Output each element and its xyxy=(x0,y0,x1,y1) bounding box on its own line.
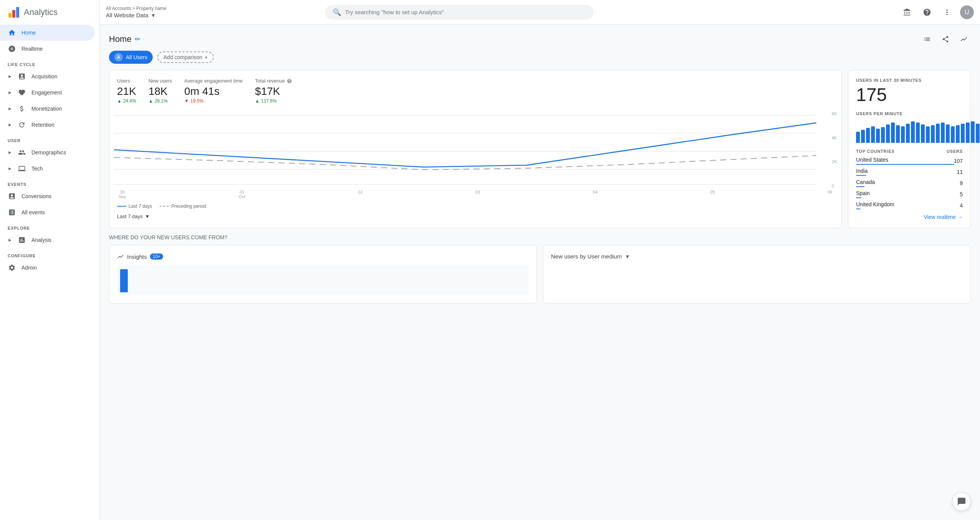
bottom-grid: Insights 10+ New users by User medium ▼ xyxy=(109,245,971,303)
help-button[interactable] xyxy=(920,5,934,19)
expand-arrow-icon: ► xyxy=(8,237,12,243)
stat-engagement-pct: 19.5% xyxy=(190,98,203,104)
country-row: Canada 9 xyxy=(856,179,963,187)
stat-revenue-change: ▲ 117.6% xyxy=(255,98,292,104)
demographics-icon xyxy=(18,148,26,157)
view-realtime-link[interactable]: View realtime → xyxy=(856,214,963,220)
nav-tech[interactable]: ► Tech xyxy=(0,161,95,177)
bar-chart-bar xyxy=(876,129,880,143)
chat-icon[interactable] xyxy=(952,492,971,511)
analysis-icon xyxy=(18,236,26,244)
property-dropdown-arrow: ▼ xyxy=(151,12,156,18)
search-bar[interactable]: 🔍 xyxy=(325,5,594,20)
bar-chart-bar xyxy=(886,124,890,143)
country-bar xyxy=(856,164,954,165)
nav-engagement[interactable]: ► Engagement xyxy=(0,84,95,101)
insights-bar xyxy=(120,269,128,292)
apps-button[interactable] xyxy=(900,5,914,19)
insights-button[interactable] xyxy=(957,32,971,46)
bar-chart-bar xyxy=(971,121,975,143)
nav-acquisition[interactable]: ► Acquisition xyxy=(0,68,95,84)
section-events: EVENTS xyxy=(0,177,99,188)
new-users-header: New users by User medium ▼ xyxy=(551,253,963,260)
country-bar xyxy=(856,197,861,198)
nav-demographics[interactable]: ► Demographics xyxy=(0,144,95,161)
all-users-chip[interactable]: A All Users xyxy=(109,51,153,64)
top-bar: All Accounts > Property name All Website… xyxy=(100,0,980,25)
bar-chart-bar xyxy=(931,125,935,143)
x-label-oct05: 05 xyxy=(710,190,715,199)
search-icon: 🔍 xyxy=(333,8,341,17)
nav-retention[interactable]: ► Retention xyxy=(0,117,95,133)
top-bar-icons: U xyxy=(900,5,974,19)
search-input[interactable] xyxy=(345,9,586,15)
x-label-oct02: 02 xyxy=(358,190,363,199)
country-info: India xyxy=(856,168,957,176)
stat-engagement-value: 0m 41s xyxy=(184,85,243,98)
main-area: All Accounts > Property name All Website… xyxy=(100,0,980,520)
nav-home[interactable]: Home xyxy=(0,25,95,41)
customize-report-button[interactable] xyxy=(920,32,934,46)
nav-conversions-label: Conversions xyxy=(21,193,51,199)
stat-engagement-label: Average engagement time xyxy=(184,78,243,84)
bar-chart-bar xyxy=(901,126,905,143)
insights-header: Insights 10+ xyxy=(117,253,529,260)
add-comparison-icon: + xyxy=(205,54,208,60)
date-range-label: Last 7 days xyxy=(117,214,143,219)
property-selector[interactable]: All Website Data ▼ xyxy=(106,12,167,18)
stat-revenue-pct: 117.6% xyxy=(261,98,277,104)
tech-icon xyxy=(18,164,26,173)
bar-chart-bar xyxy=(976,124,980,143)
expand-arrow-icon: ► xyxy=(8,122,12,128)
insights-card: Insights 10+ xyxy=(109,245,537,303)
top-countries-header: TOP COUNTRIES USERS xyxy=(856,149,963,154)
nav-monetization[interactable]: ► Monetization xyxy=(0,101,95,117)
share-button[interactable] xyxy=(939,32,952,46)
view-realtime-label: View realtime xyxy=(924,214,956,220)
bar-chart-bar xyxy=(911,121,915,143)
stat-users: Users 21K ▲ 24.4% xyxy=(117,78,136,104)
users-per-minute-label: USERS PER MINUTE xyxy=(856,111,963,116)
new-users-title: New users by User medium xyxy=(551,253,622,260)
country-name: United Kingdom xyxy=(856,201,960,207)
bar-chart-bar xyxy=(906,124,910,143)
section-configure: CONFIGURE xyxy=(0,248,99,260)
bar-chart-bar xyxy=(891,123,895,143)
country-info: Spain xyxy=(856,190,960,198)
x-label-oct01: 01Oct xyxy=(239,190,245,199)
more-button[interactable] xyxy=(940,5,954,19)
legend-solid-line xyxy=(117,206,126,207)
insights-badge: 10+ xyxy=(150,253,163,260)
x-label-oct04: 04 xyxy=(593,190,597,199)
nav-acquisition-label: Acquisition xyxy=(31,73,58,79)
nav-admin-label: Admin xyxy=(21,265,37,271)
page-title: Home ✏ xyxy=(109,34,140,44)
engagement-icon xyxy=(18,88,26,97)
bar-chart-bar xyxy=(946,124,950,143)
y-label-6k: 6K xyxy=(832,111,837,116)
country-bar xyxy=(856,209,860,209)
realtime-icon xyxy=(8,45,16,53)
add-comparison-button[interactable]: Add comparison + xyxy=(157,51,214,63)
content: Home ✏ A All Users Add xyxy=(100,25,980,520)
nav-analysis[interactable]: ► Analysis xyxy=(0,232,95,248)
bar-chart-bar xyxy=(936,124,940,143)
nav-realtime[interactable]: Realtime xyxy=(0,41,95,57)
stat-users-arrow: ▲ xyxy=(117,98,122,104)
legend-dashed: Preceding period xyxy=(160,204,206,209)
acquisition-icon xyxy=(18,72,26,81)
nav-all-events[interactable]: All events xyxy=(0,204,95,220)
nav-admin[interactable]: Admin xyxy=(0,260,95,276)
date-range-button[interactable]: Last 7 days ▼ xyxy=(117,214,834,219)
admin-icon xyxy=(8,263,16,272)
stat-new-users-change: ▲ 28.1% xyxy=(148,98,172,104)
new-users-dropdown-icon[interactable]: ▼ xyxy=(625,253,630,260)
expand-arrow-icon: ► xyxy=(8,150,12,155)
logo: Analytics xyxy=(0,0,99,25)
nav-conversions[interactable]: Conversions xyxy=(0,188,95,204)
page-edit-icon[interactable]: ✏ xyxy=(135,35,140,43)
main-stats-card: Users 21K ▲ 24.4% New users 18K ▲ 28.1% xyxy=(109,70,842,228)
country-info: United Kingdom xyxy=(856,201,960,209)
avatar[interactable]: U xyxy=(960,5,974,19)
country-bar xyxy=(856,175,866,176)
